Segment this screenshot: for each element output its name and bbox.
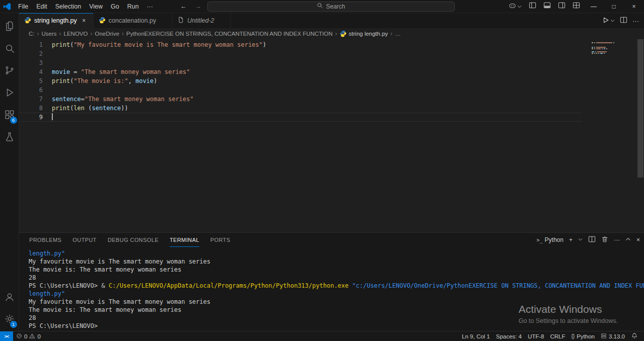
split-terminal-button[interactable]	[588, 235, 596, 244]
activity-explorer[interactable]	[0, 16, 19, 38]
language-mode-status[interactable]: {} Python	[569, 331, 598, 341]
close-window-button[interactable]: ×	[624, 0, 644, 13]
customize-layout-button[interactable]	[569, 0, 584, 13]
terminal-line: 28	[29, 274, 640, 282]
tab-string-length-py[interactable]: string length.py×	[19, 13, 94, 28]
close-icon[interactable]: ×	[80, 17, 88, 24]
toggle-panel-button[interactable]	[540, 0, 554, 13]
code-line[interactable]: 9	[19, 113, 582, 122]
code-line[interactable]: 7sentence="The smart money woman series"	[19, 95, 644, 104]
code-line[interactable]: 8print(len (sentence))	[19, 104, 644, 113]
line-number[interactable]: 9	[19, 113, 43, 122]
eol-status[interactable]: CRLF	[547, 331, 568, 341]
chevron-right-icon: ›	[389, 30, 394, 37]
python-interpreter-status[interactable]: 3.13.0	[598, 331, 628, 341]
panel-tab-problems[interactable]: PROBLEMS	[29, 233, 61, 247]
tab-concatenation-py[interactable]: concatenation.py	[94, 13, 173, 28]
activity-testing[interactable]	[0, 127, 19, 149]
forward-arrow-icon[interactable]: →	[193, 3, 203, 10]
code-line[interactable]: 3	[19, 58, 644, 67]
code-text: print("The movie is:", movie)	[52, 77, 157, 84]
text-cursor	[52, 113, 53, 120]
maximize-panel-button[interactable]	[625, 236, 631, 243]
close-panel-button[interactable]: ×	[636, 236, 640, 243]
breadcrumb-item[interactable]: C:	[28, 31, 36, 37]
terminal-line: PS C:\Users\LENOVO> & C:/Users/LENOVO/Ap…	[29, 282, 640, 290]
minimap[interactable]	[589, 40, 637, 56]
python-icon	[340, 30, 347, 37]
activity-extensions[interactable]: 6	[0, 105, 19, 127]
code-line[interactable]: 6	[19, 86, 644, 95]
code-line[interactable]: 1print("My favourite movie is The smart …	[19, 40, 644, 49]
code-text: movie = "The smart money woman series"	[52, 68, 190, 75]
line-number[interactable]: 1	[19, 40, 43, 49]
menu-bar: FileEditSelectionViewGoRun···	[14, 1, 157, 12]
minimize-button[interactable]: —	[584, 0, 604, 13]
back-arrow-icon[interactable]: ←	[178, 3, 189, 10]
activity-source-control[interactable]	[0, 60, 19, 82]
maximize-button[interactable]: □	[604, 0, 624, 13]
settings-button[interactable]: 1	[0, 309, 19, 331]
toggle-secondary-sidebar-button[interactable]	[554, 0, 569, 13]
terminal-line: My favourite movie is The smart money wo…	[29, 258, 640, 266]
menu-selection[interactable]: Selection	[51, 1, 85, 12]
activity-bar: 6 1	[0, 13, 19, 331]
copilot-button[interactable]	[505, 0, 525, 13]
menu-run[interactable]: Run	[123, 1, 143, 12]
watermark-title: Activate Windows	[519, 303, 618, 315]
line-number[interactable]: 2	[19, 49, 43, 58]
menu-go[interactable]: Go	[107, 1, 123, 12]
breadcrumb-file[interactable]: string length.py	[339, 30, 389, 37]
panel-more-actions-button[interactable]: ···	[614, 236, 620, 243]
code-line[interactable]: 2	[19, 49, 644, 58]
menu-view[interactable]: View	[85, 1, 107, 12]
new-terminal-button[interactable]: +	[569, 236, 573, 243]
split-editor-button[interactable]	[620, 16, 627, 25]
menu-edit[interactable]: Edit	[32, 1, 51, 12]
terminal-dropdown-button[interactable]	[578, 236, 583, 243]
menu-file[interactable]: File	[14, 1, 32, 12]
problems-status[interactable]: 0 0	[13, 331, 44, 341]
toggle-sidebar-button[interactable]	[525, 0, 540, 13]
code-text: print(len (sentence))	[52, 105, 128, 112]
panel-tab-terminal[interactable]: TERMINAL	[170, 233, 199, 247]
panel-tab-output[interactable]: OUTPUT	[72, 233, 97, 247]
line-number[interactable]: 4	[19, 67, 43, 76]
search-input[interactable]: Search	[207, 2, 455, 12]
editor-more-actions-button[interactable]: ···	[632, 17, 639, 25]
chevron-down-icon	[517, 2, 522, 11]
code-text: print("My favourite movie is The smart m…	[52, 41, 266, 48]
panel-tab-ports[interactable]: PORTS	[210, 233, 230, 247]
tab-untitled-2[interactable]: Untitled-2	[173, 13, 231, 28]
line-number[interactable]: 8	[19, 104, 43, 113]
cursor-position-status[interactable]: Ln 9, Col 1	[459, 331, 493, 341]
scrollbar-thumb[interactable]	[637, 39, 643, 178]
line-number[interactable]: 5	[19, 76, 43, 86]
menu-more[interactable]: ···	[143, 1, 157, 12]
panel-tab-debug-console[interactable]: DEBUG CONSOLE	[108, 233, 158, 247]
activity-search[interactable]	[0, 38, 19, 60]
kill-terminal-button[interactable]	[601, 236, 608, 244]
search-icon	[4, 43, 15, 56]
breadcrumb-item[interactable]: PythonEXERCISE ON STRINGS, CONCANTENATIO…	[125, 31, 334, 37]
line-number[interactable]: 7	[19, 95, 43, 104]
activate-windows-watermark: Activate Windows Go to Settings to activ…	[519, 303, 618, 324]
breadcrumb-overflow[interactable]: …	[394, 31, 402, 37]
code-editor[interactable]: 1print("My favourite movie is The smart …	[19, 39, 644, 232]
activity-run-debug[interactable]	[0, 82, 19, 105]
account-button[interactable]	[0, 287, 19, 309]
remote-indicator[interactable]: ><	[0, 331, 13, 341]
terminal-profile[interactable]: >_ Python	[537, 236, 564, 243]
breadcrumb-item[interactable]: Users	[41, 31, 58, 37]
run-python-file-button[interactable]	[602, 17, 615, 25]
line-number[interactable]: 6	[19, 86, 43, 95]
encoding-status[interactable]: UTF-8	[525, 331, 547, 341]
breadcrumb-item[interactable]: LENOVO	[63, 31, 89, 37]
breadcrumb-item[interactable]: OneDrive	[94, 31, 120, 37]
line-number[interactable]: 3	[19, 58, 43, 67]
vscode-logo-icon	[0, 3, 14, 11]
notifications-button[interactable]	[628, 331, 641, 341]
indentation-status[interactable]: Spaces: 4	[493, 331, 525, 341]
code-line[interactable]: 5print("The movie is:", movie)	[19, 76, 644, 86]
code-line[interactable]: 4movie = "The smart money woman series"	[19, 67, 644, 76]
